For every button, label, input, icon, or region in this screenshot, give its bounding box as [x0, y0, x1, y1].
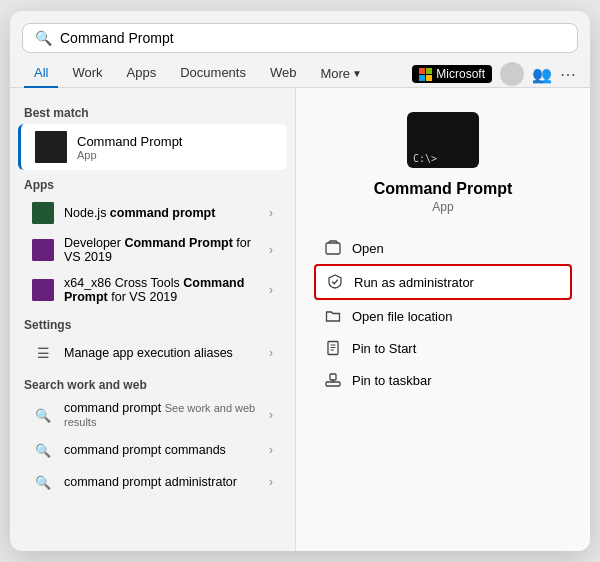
search-web-icon: 🔍 [32, 439, 54, 461]
left-panel: Best match Command Prompt App Apps Node.… [10, 88, 295, 551]
tab-web[interactable]: Web [260, 61, 307, 88]
avatar[interactable] [500, 62, 524, 86]
search-web-label: Search work and web [10, 370, 295, 396]
x64-icon [32, 279, 54, 301]
open-action[interactable]: Open [314, 232, 572, 264]
app-type: App [432, 200, 453, 214]
pin-taskbar-action[interactable]: Pin to taskbar [314, 364, 572, 396]
chevron-down-icon: ▼ [352, 68, 362, 79]
gear-icon: ☰ [32, 342, 54, 364]
nodejs-icon [32, 202, 54, 224]
settings-section-label: Settings [10, 310, 295, 336]
search-web-item[interactable]: 🔍 command prompt administrator › [18, 466, 287, 498]
action-list: Open Run as administrator [314, 232, 572, 396]
search-web-item[interactable]: 🔍 command prompt See work and web result… [18, 396, 287, 434]
open-location-action[interactable]: Open file location [314, 300, 572, 332]
shield-icon [326, 273, 344, 291]
best-match-item[interactable]: Command Prompt App [18, 124, 287, 170]
search-icon: 🔍 [35, 30, 52, 46]
people-icon[interactable]: 👥 [532, 65, 552, 84]
pin-taskbar-label: Pin to taskbar [352, 373, 432, 388]
tab-documents[interactable]: Documents [170, 61, 256, 88]
settings-item-name: Manage app execution aliases [64, 346, 269, 360]
tab-apps[interactable]: Apps [117, 61, 167, 88]
search-window: 🔍 All Work Apps Documents Web More ▼ Mic… [10, 11, 590, 551]
microsoft-logo-icon [419, 68, 432, 81]
chevron-right-icon: › [269, 408, 273, 422]
svg-rect-0 [326, 243, 340, 254]
open-icon [324, 239, 342, 257]
nav-tabs: All Work Apps Documents Web More ▼ Micro… [10, 53, 590, 88]
chevron-right-icon: › [269, 206, 273, 220]
best-match-type: App [77, 149, 273, 161]
settings-item[interactable]: ☰ Manage app execution aliases › [18, 336, 287, 370]
chevron-right-icon: › [269, 283, 273, 297]
pin-taskbar-icon [324, 371, 342, 389]
search-web-name-2: command prompt commands [64, 443, 226, 457]
list-item[interactable]: x64_x86 Cross Tools Command Prompt for V… [18, 270, 287, 310]
run-admin-label: Run as administrator [354, 275, 474, 290]
best-match-text: Command Prompt App [77, 134, 273, 161]
search-web-icon: 🔍 [32, 404, 54, 426]
search-web-sub-1: See work and web results [64, 402, 255, 428]
open-label: Open [352, 241, 384, 256]
apps-section-label: Apps [10, 170, 295, 196]
right-panel: Command Prompt App Open [295, 88, 590, 551]
pin-start-action[interactable]: Pin to Start [314, 332, 572, 364]
chevron-right-icon: › [269, 443, 273, 457]
search-web-name-1: command prompt See work and web results [64, 401, 269, 429]
chevron-right-icon: › [269, 243, 273, 257]
open-location-label: Open file location [352, 309, 452, 324]
nav-tabs-left: All Work Apps Documents Web More ▼ [24, 61, 372, 87]
search-web-icon: 🔍 [32, 471, 54, 493]
tab-work[interactable]: Work [62, 61, 112, 88]
vs-icon [32, 239, 54, 261]
search-web-item[interactable]: 🔍 command prompt commands › [18, 434, 287, 466]
nav-tabs-right: Microsoft 👥 ⋯ [412, 62, 576, 86]
x64-cmd-name: x64_x86 Cross Tools Command Prompt for V… [64, 276, 269, 304]
microsoft-label: Microsoft [436, 67, 485, 81]
chevron-right-icon: › [269, 475, 273, 489]
app-icon-large [407, 112, 479, 168]
vs-cmd-name: Developer Command Prompt for VS 2019 [64, 236, 269, 264]
list-item[interactable]: Node.js command prompt › [18, 196, 287, 230]
main-content: Best match Command Prompt App Apps Node.… [10, 88, 590, 551]
search-bar: 🔍 [22, 23, 578, 53]
search-input[interactable] [60, 30, 565, 46]
list-item[interactable]: Developer Command Prompt for VS 2019 › [18, 230, 287, 270]
best-match-name: Command Prompt [77, 134, 273, 149]
chevron-right-icon: › [269, 346, 273, 360]
folder-icon [324, 307, 342, 325]
svg-rect-3 [330, 374, 336, 380]
pin-start-label: Pin to Start [352, 341, 416, 356]
more-options-icon[interactable]: ⋯ [560, 65, 576, 84]
search-web-name-3: command prompt administrator [64, 475, 237, 489]
tab-more[interactable]: More ▼ [310, 62, 372, 87]
cmd-icon-large [35, 131, 67, 163]
nodejs-cmd-name: Node.js command prompt [64, 206, 269, 220]
run-admin-action[interactable]: Run as administrator [314, 264, 572, 300]
app-name: Command Prompt [374, 180, 513, 198]
microsoft-button[interactable]: Microsoft [412, 65, 492, 83]
pin-start-icon [324, 339, 342, 357]
best-match-label: Best match [10, 98, 295, 124]
tab-all[interactable]: All [24, 61, 58, 88]
